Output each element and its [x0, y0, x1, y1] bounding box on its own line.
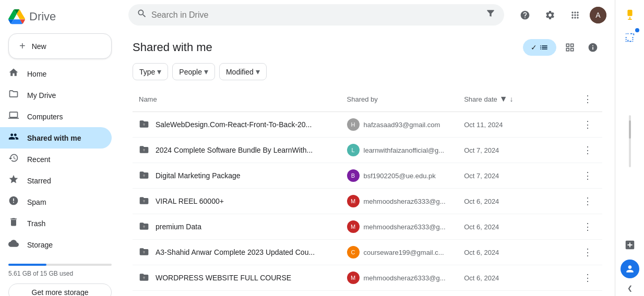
sidebar-item-shared-with-me[interactable]: Shared with me [0, 127, 112, 149]
share-date-cell: Oct 6, 2024 [458, 214, 573, 240]
storage-bar [8, 264, 112, 266]
sidebar-item-computers[interactable]: Computers [0, 106, 112, 127]
share-date: Oct 7, 2024 [464, 146, 499, 154]
shared-by-cell: L learnwithfaizanofficial@g... [341, 291, 458, 297]
contacts-button[interactable] [621, 260, 639, 278]
share-date: Oct 6, 2024 [464, 274, 499, 282]
list-view-button[interactable]: ✓ [523, 39, 556, 56]
settings-button[interactable] [540, 5, 560, 26]
file-name-cell: premium Data [133, 214, 341, 240]
add-panel-button[interactable] [619, 235, 640, 255]
shared-by-cell: M mehmoodsheraz6333@g... [341, 189, 458, 214]
file-name: premium Data [156, 223, 201, 231]
expand-panel-icon[interactable]: ❮ [627, 285, 633, 292]
folder-icon [139, 170, 149, 182]
file-name: 2024 Complete Software Bundle By LearnWi… [156, 146, 313, 154]
table-row[interactable]: VIRAL REEL 60000+ M mehmoodsheraz6333@g.… [133, 189, 602, 214]
tasks-badge [635, 28, 639, 32]
folder-icon [139, 272, 149, 284]
my-drive-icon [8, 89, 19, 102]
filter-people-label: People [179, 68, 202, 76]
help-button[interactable] [515, 5, 535, 26]
row-more-button[interactable]: ⋮ [579, 269, 596, 286]
share-date-cell: Oct 6, 2024 [458, 240, 573, 265]
filter-type[interactable]: Type ▾ [133, 63, 168, 80]
sidebar-item-starred[interactable]: Starred [0, 170, 112, 191]
get-more-storage-button[interactable]: Get more storage [8, 283, 112, 296]
filter-modified[interactable]: Modified ▾ [219, 63, 267, 80]
svg-rect-2 [627, 10, 632, 16]
grid-view-button[interactable] [560, 38, 579, 57]
filters-row: Type ▾ People ▾ Modified ▾ [133, 63, 602, 87]
row-more-button[interactable]: ⋮ [579, 193, 596, 209]
sidebar-item-home-label: Home [27, 70, 46, 78]
table-header-row: Name Shared by Share date ▼ ↓ ⋮ [133, 87, 602, 112]
sort-asc-icon: ↓ [510, 95, 514, 103]
table-row[interactable]: 2024 Complete Software Bundle By LearnWi… [133, 138, 602, 163]
share-date: Oct 7, 2024 [464, 172, 499, 180]
new-button[interactable]: + New [8, 33, 112, 59]
actions-cell: ⋮ [573, 265, 602, 291]
shared-by-cell: B bsf1902205@ue.edu.pk [341, 163, 458, 189]
filter-people[interactable]: People ▾ [172, 63, 215, 80]
info-button[interactable] [583, 38, 602, 57]
col-header-actions: ⋮ [573, 87, 602, 112]
shared-by-cell: C courseware199@gmail.c... [341, 240, 458, 265]
sidebar-item-spam[interactable]: Spam [0, 191, 112, 213]
sidebar-item-shared-with-me-label: Shared with me [27, 134, 81, 142]
search-input[interactable] [151, 10, 481, 20]
row-more-button[interactable]: ⋮ [579, 244, 596, 261]
table-row[interactable]: Ahmad Waqas Local Drop Shipping L learnw… [133, 291, 602, 297]
trash-icon [8, 217, 19, 230]
file-name: Digital Marketing Package [156, 171, 241, 180]
user-avatar[interactable]: A [590, 7, 606, 23]
sender-email: hafzasaad93@gmail.com [364, 121, 440, 129]
file-name-cell: 2024 Complete Software Bundle By LearnWi… [133, 138, 341, 163]
file-name-cell: SaleWebDesign.Com-React-Front-To-Back-20… [133, 112, 341, 138]
search-bar [128, 4, 504, 26]
file-name: SaleWebDesign.Com-React-Front-To-Back-20… [156, 120, 312, 129]
row-more-button[interactable]: ⋮ [579, 116, 596, 133]
shared-by-cell: L learnwithfaizanofficial@g... [341, 138, 458, 163]
column-more-button[interactable]: ⋮ [579, 91, 596, 107]
apps-button[interactable] [565, 5, 586, 26]
sidebar-item-storage[interactable]: Storage [0, 234, 112, 255]
storage-section: 5.61 GB of 15 GB used Get more storage [0, 255, 120, 296]
folder-icon [139, 144, 149, 156]
table-row[interactable]: A3-Shahid Anwar Complete 2023 Updated Co… [133, 240, 602, 265]
table-row[interactable]: SaleWebDesign.Com-React-Front-To-Back-20… [133, 112, 602, 138]
plus-icon: + [19, 40, 26, 52]
chevron-down-icon: ▾ [204, 67, 208, 77]
sidebar-item-computers-label: Computers [27, 113, 63, 121]
col-header-share-date[interactable]: Share date ▼ ↓ [458, 87, 573, 112]
share-date-cell: Oct 6, 2024 [458, 265, 573, 291]
sender-avatar: M [347, 272, 360, 284]
sender-email: courseware199@gmail.c... [364, 249, 444, 256]
row-more-button[interactable]: ⋮ [579, 142, 596, 158]
sidebar-item-my-drive[interactable]: My Drive [0, 84, 112, 106]
share-date-cell: Oct 6, 2024 [458, 189, 573, 214]
sender-avatar: L [347, 144, 360, 156]
share-date: Oct 6, 2024 [464, 249, 499, 256]
actions-cell: ⋮ [573, 214, 602, 240]
row-more-button[interactable]: ⋮ [579, 167, 596, 184]
row-more-button[interactable]: ⋮ [579, 218, 596, 235]
app-name: Drive [29, 10, 56, 23]
sender-email: learnwithfaizanofficial@g... [364, 146, 445, 154]
file-name-cell: Digital Marketing Package [133, 163, 341, 189]
share-date-cell: Oct 6, 2024 [458, 291, 573, 297]
col-header-name: Name [133, 87, 341, 112]
actions-cell: ⋮ [573, 291, 602, 297]
table-row[interactable]: WORDPRESS WEBSITE FULL COURSE M mehmoods… [133, 265, 602, 291]
keep-button[interactable] [619, 4, 640, 25]
chevron-down-icon: ▾ [157, 67, 161, 77]
topbar-actions: A [515, 5, 606, 26]
table-row[interactable]: Digital Marketing Package B bsf1902205@u… [133, 163, 602, 189]
sidebar-item-home[interactable]: Home [0, 63, 112, 84]
sidebar-item-trash[interactable]: Trash [0, 213, 112, 234]
search-filter-icon[interactable] [485, 8, 496, 21]
tasks-button[interactable] [619, 27, 640, 48]
shared-by-cell: M mehmoodsheraz6333@g... [341, 265, 458, 291]
table-row[interactable]: premium Data M mehmoodsheraz6333@g... Oc… [133, 214, 602, 240]
sidebar-item-recent[interactable]: Recent [0, 149, 112, 170]
